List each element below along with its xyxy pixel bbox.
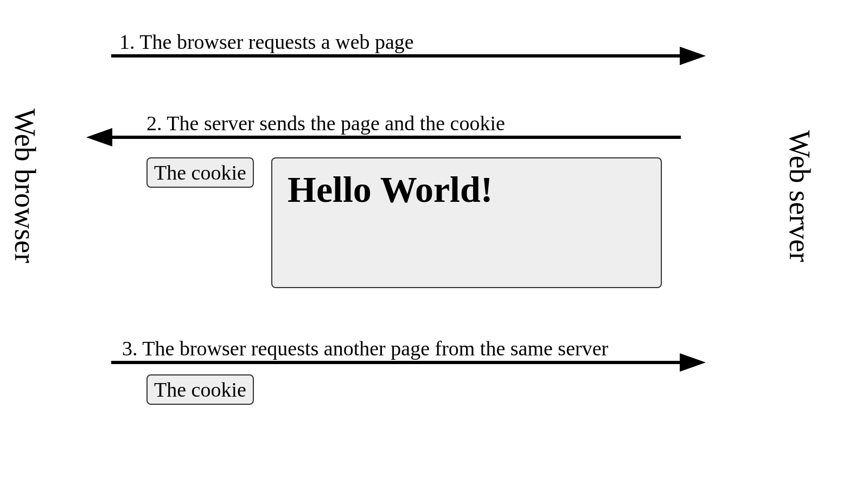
actor-web-server: Web server (783, 130, 816, 262)
arrow-2-response (111, 136, 681, 139)
arrow-left-icon (86, 128, 112, 147)
cookie-flow-diagram: Web browser Web server 1. The browser re… (0, 0, 868, 484)
step-3-label: 3. The browser requests another page fro… (122, 336, 608, 360)
arrow-right-icon (680, 47, 706, 65)
arrow-1-request (111, 54, 681, 58)
actor-web-browser: Web browser (8, 109, 42, 263)
step-2-label: 2. The server sends the page and the coo… (146, 111, 505, 135)
arrow-right-icon (680, 353, 706, 372)
page-box: Hello World! (271, 157, 662, 288)
cookie-box-request: The cookie (146, 374, 254, 405)
cookie-box-response: The cookie (146, 157, 254, 188)
step-1-label: 1. The browser requests a web page (119, 30, 414, 54)
arrow-3-request (111, 361, 681, 364)
